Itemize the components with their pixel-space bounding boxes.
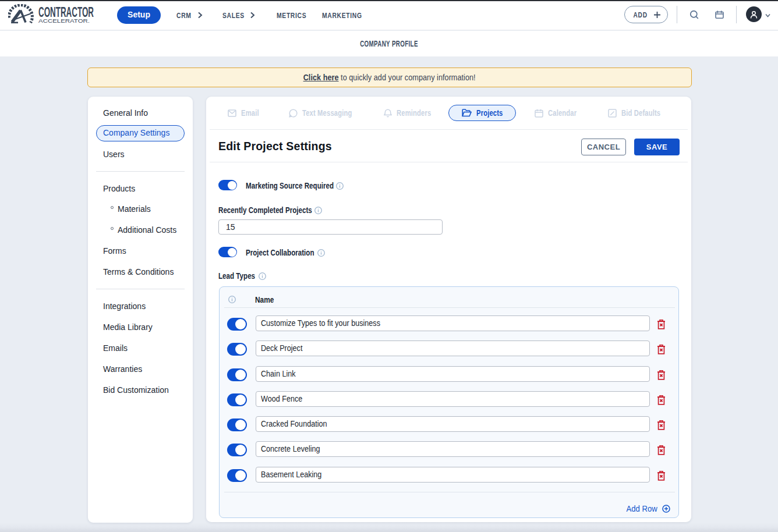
svg-text:ACCELERATOR.: ACCELERATOR. [38,17,90,24]
